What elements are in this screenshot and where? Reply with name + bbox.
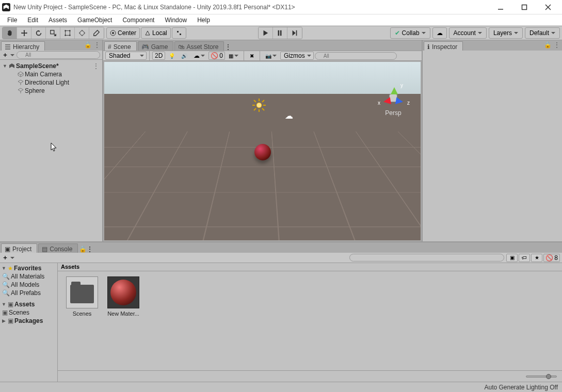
favorite-item[interactable]: 🔍All Materials	[0, 272, 57, 281]
save-search-button[interactable]: ★	[531, 254, 542, 262]
hidden-objects-button[interactable]: 🚫0	[208, 52, 225, 60]
tab-scene[interactable]: #Scene	[104, 41, 137, 51]
scene-row[interactable]: ▼ SampleScene* ⋮	[2, 62, 101, 70]
scale-tool-button[interactable]	[46, 27, 60, 39]
window-titlebar: New Unity Project - SampleScene - PC, Ma…	[0, 0, 562, 14]
hidden-packages-button[interactable]: 🚫8	[543, 254, 560, 262]
2d-toggle[interactable]: 2D	[152, 52, 165, 60]
panel-menu-icon[interactable]: ⋮	[554, 41, 560, 48]
asset-grid[interactable]: Scenes New Mater...	[58, 271, 562, 370]
lighting-toggle[interactable]: 💡	[166, 52, 178, 60]
packages-row[interactable]: ▶▣Packages	[0, 317, 57, 325]
tab-asset-store[interactable]: 🛍Asset Store	[174, 41, 224, 51]
project-create-button[interactable]: ＋	[2, 253, 8, 262]
hierarchy-item[interactable]: Directional Light	[2, 78, 101, 87]
hierarchy-item[interactable]: Main Camera	[2, 70, 101, 78]
projection-label[interactable]: Persp	[385, 109, 401, 117]
menu-assets[interactable]: Assets	[43, 15, 72, 25]
project-tab-label: Project	[12, 246, 31, 253]
step-button[interactable]	[287, 27, 302, 39]
custom-tool-button[interactable]	[89, 27, 104, 39]
scene-viewport[interactable]: ☁ x y z Persp	[104, 62, 421, 240]
tools-button[interactable]: ✖	[247, 52, 257, 60]
gizmos-dropdown[interactable]: Gizmos	[280, 52, 314, 60]
asset-item-folder[interactable]: Scenes	[65, 276, 99, 317]
layers-dropdown[interactable]: Layers	[489, 27, 523, 39]
cloud-button[interactable]: ☁	[432, 27, 447, 39]
breadcrumb[interactable]: Assets	[58, 263, 562, 271]
project-search-input[interactable]	[349, 254, 504, 262]
tab-inspector[interactable]: ℹ Inspector	[424, 41, 463, 51]
draw-mode-dropdown[interactable]: Shaded	[105, 52, 147, 60]
fx-dropdown[interactable]: ☁	[191, 52, 207, 60]
window-close-button[interactable]	[536, 0, 560, 14]
tab-project[interactable]: ▣Project	[1, 243, 37, 253]
lighting-status[interactable]: Auto Generate Lighting Off	[484, 384, 558, 391]
account-dropdown[interactable]: Account	[449, 27, 487, 39]
hand-tool-button[interactable]	[3, 27, 17, 39]
favorite-item[interactable]: 🔍All Models	[0, 281, 57, 289]
panel-menu-icon[interactable]: ⋮	[225, 43, 231, 51]
panel-lock-icon[interactable]: 🔒	[544, 41, 552, 48]
grid-dropdown[interactable]: ▦	[226, 52, 241, 60]
hierarchy-search-input[interactable]	[17, 51, 100, 59]
layout-dropdown[interactable]: Default	[525, 27, 560, 39]
favorite-item[interactable]: 🔍All Prefabs	[0, 289, 57, 297]
pause-button[interactable]	[273, 27, 287, 39]
pivot-rotation-button[interactable]: Local	[141, 27, 171, 39]
game-tab-label: Game	[151, 43, 168, 51]
audio-toggle[interactable]: 🔊	[179, 52, 190, 60]
collab-dropdown[interactable]: ✔Collab	[390, 27, 430, 39]
scene-search-input[interactable]	[315, 52, 397, 60]
assets-label: Assets	[14, 301, 35, 308]
menu-file[interactable]: File	[2, 15, 22, 25]
svg-rect-17	[278, 30, 280, 36]
hierarchy-tree[interactable]: ▼ SampleScene* ⋮ Main Camera Directional…	[0, 60, 102, 241]
search-by-label-button[interactable]: 🏷	[519, 254, 530, 262]
menu-gameobject[interactable]: GameObject	[72, 15, 117, 25]
search-by-type-button[interactable]: ▣	[506, 254, 518, 262]
window-maximize-button[interactable]	[512, 0, 536, 14]
assets-row[interactable]: ▼▣Assets	[0, 300, 57, 308]
axis-y-icon[interactable]	[391, 84, 398, 94]
panel-menu-icon[interactable]: ⋮	[94, 41, 100, 48]
hierarchy-item[interactable]: Sphere	[2, 87, 101, 95]
tab-console[interactable]: ▤Console	[38, 243, 78, 253]
panel-menu-icon[interactable]: ⋮	[87, 246, 93, 253]
snap-button[interactable]	[172, 27, 186, 39]
favorites-row[interactable]: ▼★Favorites	[0, 264, 57, 272]
folder-icon	[70, 285, 94, 303]
menu-help[interactable]: Help	[192, 15, 215, 25]
orientation-gizmo[interactable]: x y z Persp	[375, 84, 411, 117]
panel-lock-icon[interactable]: 🔒	[84, 41, 92, 48]
menu-component[interactable]: Component	[117, 15, 159, 25]
menu-window[interactable]: Window	[159, 15, 192, 25]
window-minimize-button[interactable]	[489, 0, 512, 14]
project-tree[interactable]: ▼★Favorites 🔍All Materials 🔍All Models 🔍…	[0, 263, 58, 382]
gameobject-icon	[18, 79, 24, 86]
move-tool-button[interactable]	[17, 27, 31, 39]
play-button[interactable]	[259, 27, 273, 39]
chevron-down-icon	[10, 54, 14, 58]
camera-dropdown[interactable]: 📷	[263, 52, 279, 60]
axis-z-icon[interactable]	[395, 97, 407, 106]
menu-edit[interactable]: Edit	[22, 15, 43, 25]
rect-tool-button[interactable]	[60, 27, 75, 39]
folder-item[interactable]: ▣Scenes	[0, 308, 57, 317]
sphere-object[interactable]	[254, 144, 271, 160]
tab-game[interactable]: 🎮Game	[138, 41, 174, 51]
hierarchy-create-button[interactable]: ＋	[2, 51, 8, 59]
cloud-icon: ☁	[194, 52, 200, 59]
foldout-icon[interactable]: ▼	[2, 63, 8, 69]
axis-x-icon[interactable]	[379, 97, 391, 106]
directional-light-gizmo[interactable]	[252, 98, 266, 112]
panel-lock-icon[interactable]: 🔒	[79, 246, 87, 253]
svg-rect-18	[280, 30, 282, 36]
pivot-mode-button[interactable]: Center	[106, 27, 140, 39]
rotate-tool-button[interactable]	[31, 27, 46, 39]
scene-menu-icon[interactable]: ⋮	[93, 62, 99, 70]
asset-item-material[interactable]: New Mater...	[106, 276, 140, 317]
thumbnail-size-slider[interactable]	[526, 375, 557, 378]
transform-tool-button[interactable]	[75, 27, 89, 39]
tab-hierarchy[interactable]: Hierarchy	[1, 41, 45, 51]
